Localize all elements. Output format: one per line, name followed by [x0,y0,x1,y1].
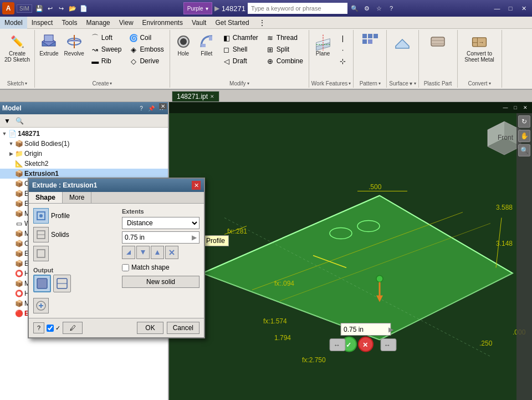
zoom-button[interactable]: 🔍 [518,144,530,156]
star-icon[interactable]: ☆ [374,3,384,13]
plastic-part-button[interactable] [427,31,449,52]
open-button[interactable]: 📂 [68,3,78,13]
pan-button[interactable]: ✋ [518,130,530,142]
more-output-button[interactable] [33,298,49,313]
vp-max-button[interactable]: □ [511,104,520,112]
vp-min-button[interactable]: — [501,104,510,112]
extrude-button[interactable]: Extrude [37,31,60,58]
work-ucs-button[interactable]: ⊹ [336,55,350,67]
menu-get-started[interactable]: Get Started [211,17,253,29]
viewport[interactable]: — □ ✕ [169,102,532,400]
checkmark-checkbox[interactable] [47,325,54,332]
tree-expand-icon[interactable]: ▼ [8,141,14,146]
surface-button[interactable] [391,31,413,52]
loft-button[interactable]: ⌒ Loft [89,32,124,43]
search-icon[interactable]: 🔍 [350,3,360,13]
close-button[interactable]: ✕ [518,3,530,13]
work-point-button[interactable]: · [336,44,350,55]
new-solid-button[interactable]: New solid [122,276,200,288]
cancel-button[interactable]: Cancel [167,322,200,334]
fillet-button[interactable]: Fillet [196,31,218,58]
panel-help-button[interactable]: ? [137,104,146,113]
orbit-button[interactable]: ↻ [518,115,530,128]
dialog-tab-more[interactable]: More [63,192,91,203]
extents-select[interactable]: Distance To Between All [122,217,200,229]
surface-group-label[interactable]: Surface ▾ [389,80,416,87]
work-axis-button[interactable]: | [336,32,350,43]
dialog-stamp-button[interactable]: 🖊 [63,322,83,334]
modify-group-label[interactable]: Modify [229,80,249,87]
menu-extra[interactable]: ⋮ [254,17,270,29]
maximize-button[interactable]: □ [504,3,516,13]
panel-close-x[interactable]: ✕ [159,103,167,109]
split-button[interactable]: ⊞ Split [264,44,305,55]
undo-button[interactable]: ↩ [45,3,55,13]
menu-manage[interactable]: Manage [81,17,114,29]
dialog-tab-shape[interactable]: Shape [29,192,63,203]
draft-button[interactable]: ◁ Draft [220,55,260,67]
derive-button[interactable]: ◇ Derive [127,55,166,67]
coil-button[interactable]: 🌀 Coil [127,32,166,43]
sweep-button[interactable]: ↝ Sweep [89,44,124,55]
pattern-group-label[interactable]: Pattern [360,80,381,87]
vp-close-button[interactable]: ✕ [521,104,530,112]
menu-model[interactable]: Model [0,17,27,29]
combine-button[interactable]: ⊕ Combine [264,55,305,67]
search-icon[interactable]: 🔍 [14,116,24,126]
dir-btn-4[interactable] [165,246,178,259]
profile-select-button[interactable] [33,208,49,224]
create-group-label[interactable]: Create [92,80,112,87]
hole-button[interactable]: Hole [172,31,195,58]
search-input[interactable] [248,3,347,14]
save-button[interactable]: 💾 [34,3,44,13]
shell-button[interactable]: ◻ Shell [220,44,260,55]
convert-group-label[interactable]: Convert [468,80,490,87]
menu-tools[interactable]: Tools [57,17,81,29]
more-icon[interactable]: ⚙ [362,3,372,13]
dir-btn-2[interactable] [136,246,150,259]
distance-value-input[interactable] [125,234,169,241]
extra-btn-1[interactable] [33,246,49,261]
tree-item-solid-bodies[interactable]: ▼ 📦 Solid Bodies(1) [0,139,168,149]
new-button[interactable]: 📄 [79,3,89,13]
dialog-close-button[interactable]: ✕ [192,181,201,190]
rib-button[interactable]: ▬ Rib [89,55,124,67]
solid-output-button[interactable] [33,275,51,292]
menu-inspect[interactable]: Inspect [27,17,58,29]
pattern-button[interactable] [359,31,381,52]
menu-view[interactable]: View [115,17,138,29]
ok-button[interactable]: OK [137,322,163,334]
dir-btn-3[interactable] [151,246,164,259]
menu-environments[interactable]: Environments [138,17,187,29]
tree-item-origin[interactable]: ▶ 📁 Origin [0,149,168,159]
draft-label: Draft [233,57,247,65]
menu-vault[interactable]: Vault [187,17,211,29]
redo-button[interactable]: ↪ [57,3,66,13]
plane-button[interactable]: Plane [312,31,334,58]
panel-pin-button[interactable]: 📌 [147,104,156,113]
match-shape-checkbox[interactable] [122,264,129,271]
solids-select-button[interactable] [33,227,49,242]
create-2d-sketch-button[interactable]: ✏️ Create2D Sketch [2,31,32,64]
tree-expand-icon[interactable]: ▼ [1,131,8,136]
dir-btn-1[interactable] [122,246,135,259]
thread-button[interactable]: ≋ Thread [264,32,305,43]
convert-to-sheet-metal-button[interactable]: → Convert toSheet Metal [462,31,496,64]
chamfer-button[interactable]: ◧ Chamfer [220,32,260,43]
tree-expand-icon[interactable]: ▶ [8,151,14,156]
emboss-button[interactable]: ◈ Emboss [127,44,166,55]
dialog-help-button[interactable]: ? [33,322,44,333]
minimize-button[interactable]: — [491,3,503,13]
tree-item-sketch2[interactable]: 📐 Sketch2 [0,159,168,169]
purple-dropdown[interactable]: Purple ▾ [183,2,212,14]
plastic-group-label[interactable]: Plastic Part [424,80,452,87]
surface-output-button[interactable] [53,275,71,292]
file-tab-close[interactable]: ✕ [210,94,214,99]
sketch-group-label[interactable]: Sketch [7,80,28,87]
file-tab[interactable]: 148271.ipt ✕ [172,91,219,102]
work-features-group-label[interactable]: Work Features [311,80,351,87]
filter-icon[interactable]: ▼ [2,116,12,126]
tree-item-root[interactable]: ▼ 📄 148271 [0,129,168,139]
revolve-button[interactable]: Revolve [62,31,86,58]
help-icon[interactable]: ? [386,3,396,13]
